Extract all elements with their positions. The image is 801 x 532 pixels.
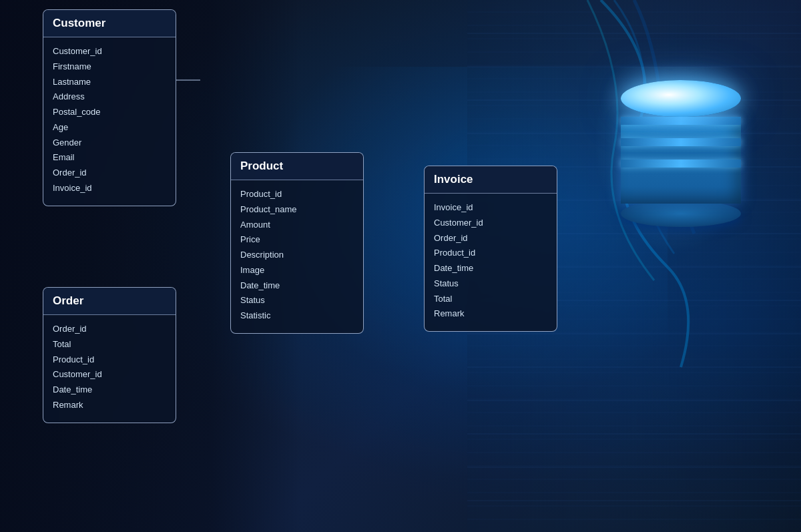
customer-field-9: Order_id (53, 166, 166, 181)
customer-table-header: Customer (43, 10, 176, 37)
product-field-5: Description (240, 248, 354, 263)
customer-field-8: Email (53, 150, 166, 166)
order-field-3: Product_id (53, 352, 166, 368)
product-table-fields: Product_id Product_name Amount Price Des… (231, 180, 363, 333)
invoice-field-5: Date_time (434, 261, 547, 276)
invoice-field-7: Total (434, 292, 547, 307)
customer-table-fields: Customer_id Firstname Lastname Address P… (43, 37, 176, 206)
product-field-3: Amount (240, 218, 354, 233)
customer-field-2: Firstname (53, 59, 166, 75)
product-field-2: Product_name (240, 202, 354, 218)
customer-field-7: Gender (53, 136, 166, 151)
order-field-6: Remark (53, 398, 166, 413)
product-field-4: Price (240, 232, 354, 248)
order-field-2: Total (53, 337, 166, 352)
customer-field-5: Postal_code (53, 105, 166, 120)
diagram-container: Customer Customer_id Firstname Lastname … (0, 0, 801, 532)
product-field-6: Image (240, 263, 354, 278)
order-field-5: Date_time (53, 382, 166, 398)
product-field-1: Product_id (240, 187, 354, 202)
customer-field-6: Age (53, 120, 166, 136)
invoice-table: Invoice Invoice_id Customer_id Order_id … (424, 166, 557, 332)
customer-field-4: Address (53, 89, 166, 105)
customer-field-10: Invoice_id (53, 181, 166, 196)
customer-field-3: Lastname (53, 75, 166, 90)
invoice-field-8: Remark (434, 306, 547, 322)
order-field-4: Customer_id (53, 367, 166, 382)
order-table-header: Order (43, 288, 176, 315)
product-field-8: Status (240, 293, 354, 308)
invoice-table-fields: Invoice_id Customer_id Order_id Product_… (425, 194, 557, 331)
invoice-field-4: Product_id (434, 246, 547, 261)
invoice-field-2: Customer_id (434, 216, 547, 231)
customer-table: Customer Customer_id Firstname Lastname … (43, 9, 176, 206)
order-field-1: Order_id (53, 322, 166, 337)
product-field-9: Statistic (240, 308, 354, 324)
invoice-field-1: Invoice_id (434, 200, 547, 216)
product-table-header: Product (231, 153, 363, 180)
product-table: Product Product_id Product_name Amount P… (230, 152, 364, 334)
product-field-7: Date_time (240, 278, 354, 294)
customer-field-1: Customer_id (53, 44, 166, 59)
invoice-field-6: Status (434, 276, 547, 292)
invoice-table-header: Invoice (425, 166, 557, 194)
order-table-fields: Order_id Total Product_id Customer_id Da… (43, 315, 176, 423)
order-table: Order Order_id Total Product_id Customer… (43, 287, 176, 423)
invoice-field-3: Order_id (434, 231, 547, 246)
